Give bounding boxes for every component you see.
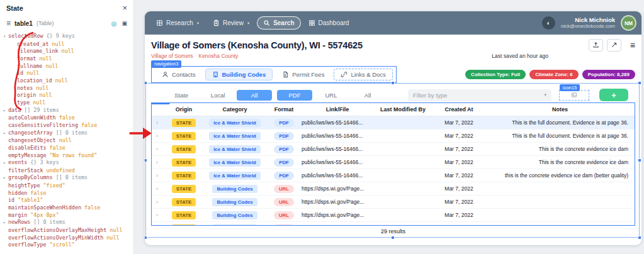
table-row[interactable]: ›STATEIce & Water ShieldPDFpublic/iws/iw… xyxy=(152,143,635,156)
table-row[interactable]: ›STATEIce & Water ShieldPDFpublic/iws/iw… xyxy=(152,169,635,182)
column-header-last-modified-by[interactable]: Last Modified By xyxy=(373,106,432,113)
state-tree-row[interactable]: filterStack undefined xyxy=(2,167,132,175)
nav-item-research[interactable]: Research▾ xyxy=(150,16,205,30)
state-tree-row[interactable]: hidden false xyxy=(2,190,132,197)
caret-right-icon[interactable]: ▸ xyxy=(3,160,8,167)
link-cell[interactable]: https://dsps.wi.gov/Page... xyxy=(302,199,373,205)
type-filter-select[interactable]: Filter by type ▾ xyxy=(408,89,551,101)
selection-handle[interactable] xyxy=(638,81,641,85)
origin-filter-state[interactable]: State xyxy=(164,90,199,101)
origin-filter-all[interactable]: All xyxy=(237,90,272,101)
user-info[interactable]: Nick Michniok nick@oneclickcode.com xyxy=(561,16,615,30)
state-tree-row[interactable]: changesetObject null xyxy=(2,137,132,145)
state-tree-row[interactable]: location_id null xyxy=(2,77,132,85)
caret-down-icon[interactable]: ▾ xyxy=(3,33,8,41)
table-row[interactable]: ›STATEIce & Water ShieldPDFpublic/iws/iw… xyxy=(152,130,635,143)
row-expand-icon[interactable]: › xyxy=(152,119,164,126)
inspect-icon[interactable]: ▣ xyxy=(121,20,127,26)
link-cell[interactable]: public/iws/iws-55-16466... xyxy=(302,146,373,152)
state-tree-row[interactable]: maintainSpaceWhenHidden false xyxy=(2,204,132,212)
state-tree-row[interactable]: emptyMessage "No rows found" xyxy=(2,152,132,160)
caret-right-icon[interactable]: ▸ xyxy=(3,130,8,138)
row-expand-icon[interactable]: › xyxy=(152,159,164,165)
state-tree-row[interactable]: notes null xyxy=(2,85,132,92)
state-tree-row[interactable]: type null xyxy=(2,99,132,107)
table-row[interactable]: ›STATEBuilding CodesURLhttps://dsps.wi.g… xyxy=(152,209,635,222)
selection-handle[interactable] xyxy=(145,236,147,240)
state-tree-row[interactable]: overflowType "scroll" xyxy=(2,241,132,249)
row-expand-icon[interactable]: › xyxy=(152,146,164,152)
nav-item-review[interactable]: Review▾ xyxy=(206,16,256,30)
selection-handle[interactable] xyxy=(391,236,395,240)
tab-building-codes[interactable]: Building Codes xyxy=(205,69,273,80)
caret-right-icon[interactable]: ▸ xyxy=(3,175,8,182)
state-tree-row[interactable]: overflowActionsOverlayMaxHeight null xyxy=(2,227,132,235)
row-expand-icon[interactable]: › xyxy=(152,133,164,139)
row-expand-icon[interactable]: › xyxy=(152,185,164,192)
column-header-format[interactable]: Format xyxy=(266,106,302,113)
link-cell[interactable]: https://dsps.wi.gov/Page... xyxy=(302,185,373,192)
column-header-notes[interactable]: Notes xyxy=(485,106,635,113)
export-button[interactable] xyxy=(589,39,603,52)
launch-button[interactable] xyxy=(607,39,621,52)
row-expand-icon[interactable]: › xyxy=(152,199,164,205)
selection-handle[interactable] xyxy=(391,81,395,85)
state-tree-row[interactable]: autoColumnWidth false xyxy=(2,114,132,122)
state-tree-row[interactable]: heightType "fixed" xyxy=(2,182,132,190)
link-cell[interactable]: public/iws/iws-55-16466... xyxy=(302,159,373,165)
column-header-origin[interactable]: Origin xyxy=(164,106,203,113)
state-tree-row[interactable]: ▸changesetArray [] 0 items xyxy=(2,130,132,138)
table-row[interactable]: ›STATEIce & Water ShieldPDFpublic/iws/iw… xyxy=(152,156,635,169)
row-expand-icon[interactable]: › xyxy=(152,212,164,218)
table-row[interactable]: ›STATEBuilding CodesURLhttps://dsps.wi.g… xyxy=(152,182,635,196)
state-tree-row[interactable]: format null xyxy=(2,55,132,63)
state-tree-row[interactable]: origin null xyxy=(2,92,132,99)
state-tree-row[interactable]: ▸groupByColumns [] 0 items xyxy=(2,174,132,182)
component-name[interactable]: table1 xyxy=(14,20,33,27)
state-tree-row[interactable]: overflowActionsOverlayMinWidth null xyxy=(2,235,132,242)
origin-filter-local[interactable]: Local xyxy=(200,90,235,101)
selection-handle[interactable] xyxy=(145,158,147,162)
format-filter-url[interactable]: URL xyxy=(314,90,349,101)
add-button[interactable]: + xyxy=(599,89,628,101)
selection-handle[interactable] xyxy=(145,81,147,85)
selection-handle[interactable] xyxy=(638,236,641,240)
selection-handle[interactable] xyxy=(638,158,641,162)
state-tree-row[interactable]: id "table1" xyxy=(2,197,132,204)
state-tree-row[interactable]: ▸newRows [] 0 items xyxy=(2,219,132,227)
table-row[interactable]: ›STATEIce & Water ShieldPDFpublic/iws/iw… xyxy=(152,116,635,130)
menu-icon[interactable]: ≡ xyxy=(630,40,635,50)
state-tree-row[interactable]: ▸events {} 3 keys xyxy=(2,159,132,167)
row-expand-icon[interactable]: › xyxy=(152,172,164,179)
state-tree-row[interactable]: id null xyxy=(2,70,132,77)
format-filter-pdf[interactable]: PDF xyxy=(277,90,312,101)
breadcrumb-link-county[interactable]: Kenosha County xyxy=(198,53,238,59)
state-tree-row[interactable]: disableEdits false xyxy=(2,145,132,152)
state-tree-row[interactable]: created_at null xyxy=(2,41,132,48)
caret-right-icon[interactable]: ▸ xyxy=(3,108,8,115)
tab-contacts[interactable]: Contacts xyxy=(155,69,203,80)
link-cell[interactable]: public/iws/iws-55-16466... xyxy=(302,133,373,139)
caret-right-icon[interactable]: ▸ xyxy=(3,219,8,227)
nav-item-search[interactable]: Search xyxy=(257,16,300,30)
locate-icon[interactable]: ◎ xyxy=(111,20,117,27)
component-tag-navigation3[interactable]: navigation3 xyxy=(151,60,181,68)
tab-permit-fees[interactable]: Permit Fees xyxy=(275,69,331,80)
state-tree-row[interactable]: ▸data [] 29 items xyxy=(2,107,132,115)
nav-item-dashboard[interactable]: Dashboard xyxy=(302,16,356,30)
column-header-link-file[interactable]: Link/File xyxy=(302,106,373,113)
state-tree-row[interactable]: ▾selectedRow {} 9 keys xyxy=(2,33,132,41)
component-tag-icon15[interactable]: icon15 xyxy=(560,84,580,92)
icon-component[interactable]: icon15 xyxy=(559,90,589,101)
table-row[interactable]: ›STATEBuilding CodesURLhttps://dsps.wi.g… xyxy=(152,222,635,225)
table-row[interactable]: ›STATEBuilding CodesURLhttps://dsps.wi.g… xyxy=(152,196,635,209)
hamburger-icon[interactable]: ≡ xyxy=(6,19,11,28)
breadcrumb-link-village[interactable]: Village of Somers xyxy=(151,53,193,59)
link-cell[interactable]: https://dsps.wi.gov/Page... xyxy=(302,212,373,218)
state-tree-row[interactable]: filename_link null xyxy=(2,48,132,55)
component-tag-table1[interactable]: table1 xyxy=(151,102,170,104)
avatar[interactable]: NM xyxy=(621,15,636,31)
state-tree-row[interactable]: margin "4px 8px" xyxy=(2,212,132,219)
column-header-category[interactable]: Category xyxy=(203,106,266,113)
tab-links-docs[interactable]: Links & Docs xyxy=(334,69,392,80)
